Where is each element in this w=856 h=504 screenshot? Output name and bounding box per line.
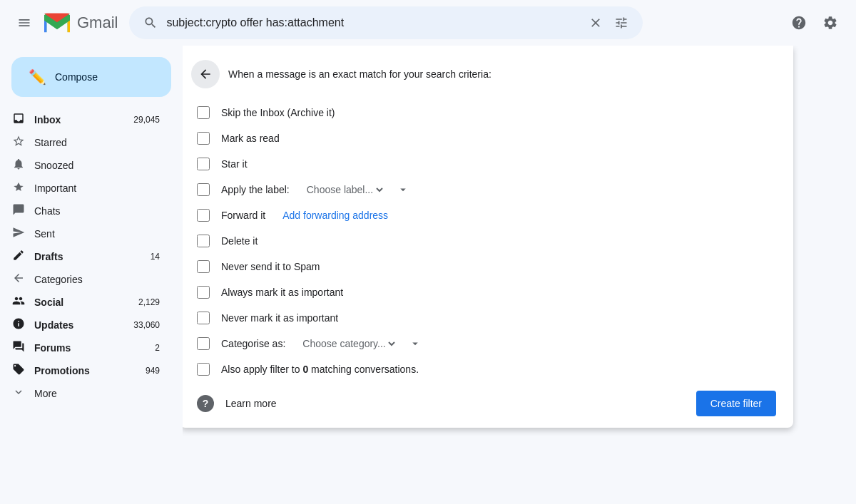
sidebar: ✏️ Compose Inbox 29,045 Starred Snoozed (0, 46, 183, 504)
gmail-logo: Gmail (43, 9, 118, 37)
sidebar-item-sent[interactable]: Sent (0, 222, 171, 245)
search-button[interactable] (141, 13, 160, 33)
forward-it-label: Forward it (221, 210, 265, 221)
learn-more-icon[interactable]: ? (197, 395, 214, 412)
sidebar-item-snoozed[interactable]: Snoozed (0, 154, 171, 177)
filter-option-mark-read: Mark as read (183, 125, 793, 151)
also-apply-prefix: Also apply filter to (221, 364, 302, 375)
sent-label: Sent (34, 228, 160, 240)
star-it-label: Star it (221, 158, 248, 170)
never-important-checkbox[interactable] (197, 312, 210, 324)
topbar: Gmail (0, 0, 856, 46)
updates-label: Updates (34, 319, 125, 331)
filter-dialog-footer: ? Learn more Create filter (183, 382, 793, 416)
social-icon (11, 294, 26, 311)
apply-label-checkbox[interactable] (197, 183, 210, 196)
forward-it-checkbox[interactable] (197, 209, 210, 222)
settings-button[interactable] (816, 9, 845, 37)
mark-read-checkbox[interactable] (197, 132, 210, 145)
sidebar-item-more[interactable]: More (0, 382, 171, 405)
category-select-chevron-icon (409, 337, 422, 350)
chats-label: Chats (34, 205, 160, 217)
important-label: Important (34, 182, 160, 194)
compose-label: Compose (55, 71, 98, 83)
sidebar-item-forums[interactable]: Forums 2 (0, 336, 171, 359)
drafts-label: Drafts (34, 251, 142, 262)
categorise-checkbox[interactable] (197, 337, 210, 350)
sidebar-item-promotions[interactable]: Promotions 949 (0, 359, 171, 382)
sidebar-item-starred[interactable]: Starred (0, 131, 171, 154)
never-important-label: Never mark it as important (221, 312, 338, 324)
categories-expand-icon (11, 272, 26, 288)
filter-option-categorise: Categorise as: Choose category... (183, 331, 793, 356)
star-it-checkbox[interactable] (197, 158, 210, 170)
search-bar (129, 6, 643, 39)
starred-icon (11, 135, 26, 151)
compose-button[interactable]: ✏️ Compose (11, 57, 171, 97)
drafts-count: 14 (151, 252, 160, 262)
sidebar-item-inbox[interactable]: Inbox 29,045 (0, 108, 171, 131)
sidebar-item-chats[interactable]: Chats (0, 200, 171, 222)
sidebar-item-updates[interactable]: Updates 33,060 (0, 314, 171, 336)
also-apply-text: Also apply filter to 0 matching conversa… (221, 364, 419, 375)
sidebar-item-important[interactable]: Important (0, 177, 171, 200)
apply-label-text: Apply the label: (221, 184, 290, 195)
sidebar-item-social[interactable]: Social 2,129 (0, 291, 171, 314)
filter-dialog-title: When a message is an exact match for you… (228, 68, 491, 80)
filter-option-never-spam: Never send it to Spam (183, 254, 793, 279)
help-button[interactable] (785, 9, 813, 37)
filter-option-apply-label: Apply the label: Choose label... (183, 177, 793, 202)
filter-option-never-important: Never mark it as important (183, 305, 793, 331)
delete-it-checkbox[interactable] (197, 235, 210, 247)
filter-option-delete-it: Delete it (183, 228, 793, 254)
never-spam-checkbox[interactable] (197, 260, 210, 273)
forums-count: 2 (155, 343, 160, 353)
inbox-label: Inbox (34, 114, 125, 125)
also-apply-checkbox[interactable] (197, 363, 210, 376)
sent-icon (11, 226, 26, 242)
content-area: When a message is an exact match for you… (183, 46, 856, 504)
filter-option-also-apply: Also apply filter to 0 matching conversa… (183, 356, 793, 382)
drafts-icon (11, 249, 26, 265)
social-label: Social (34, 297, 130, 308)
updates-icon (11, 317, 26, 334)
mark-read-label: Mark as read (221, 133, 280, 144)
compose-pencil-icon: ✏️ (29, 68, 46, 86)
filter-option-always-important: Always mark it as important (183, 279, 793, 305)
categories-header[interactable]: Categories (0, 268, 183, 291)
learn-more-text[interactable]: Learn more (225, 398, 277, 409)
filter-option-skip-inbox: Skip the Inbox (Archive it) (183, 100, 793, 125)
search-input[interactable] (166, 16, 580, 29)
filter-dialog: When a message is an exact match for you… (183, 46, 793, 428)
create-filter-button[interactable]: Create filter (696, 391, 776, 416)
forums-icon (11, 340, 26, 356)
choose-label-select[interactable]: Choose label... (304, 183, 385, 196)
menu-button[interactable] (11, 10, 37, 36)
add-forwarding-address-link[interactable]: Add forwarding address (282, 210, 388, 221)
more-icon (11, 386, 26, 402)
snoozed-icon (11, 158, 26, 174)
promotions-label: Promotions (34, 365, 137, 376)
choose-category-select[interactable]: Choose category... (300, 337, 397, 350)
delete-it-label: Delete it (221, 235, 258, 247)
snoozed-label: Snoozed (34, 160, 160, 171)
search-clear-button[interactable] (586, 13, 606, 33)
important-icon (11, 180, 26, 197)
skip-inbox-checkbox[interactable] (197, 106, 210, 119)
filter-options-button[interactable] (611, 13, 631, 33)
main-layout: ✏️ Compose Inbox 29,045 Starred Snoozed (0, 46, 856, 504)
categories-label: Categories (34, 274, 83, 285)
inbox-icon (11, 112, 26, 128)
filter-option-forward-it: Forward it Add forwarding address (183, 202, 793, 228)
sidebar-item-drafts[interactable]: Drafts 14 (0, 245, 171, 268)
back-button[interactable] (191, 60, 220, 88)
updates-count: 33,060 (133, 320, 160, 330)
filter-option-star-it: Star it (183, 151, 793, 177)
also-apply-suffix: matching conversations. (308, 364, 419, 375)
gmail-logo-text: Gmail (77, 14, 118, 32)
label-select-chevron-icon (397, 183, 409, 196)
always-important-checkbox[interactable] (197, 286, 210, 299)
always-important-label: Always mark it as important (221, 287, 343, 298)
forums-label: Forums (34, 342, 146, 354)
social-count: 2,129 (138, 297, 160, 307)
